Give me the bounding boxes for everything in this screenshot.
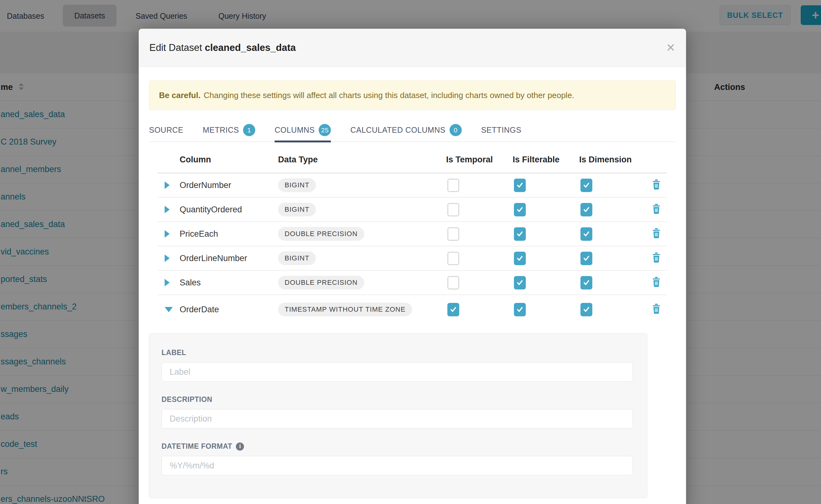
close-icon[interactable]: ✕ (666, 42, 675, 53)
data-type-badge: DOUBLE PRECISION (278, 227, 364, 241)
expand-caret-icon[interactable] (165, 279, 170, 286)
data-type-badge: TIMESTAMP WITHOUT TIME ZONE (278, 303, 412, 316)
column-name: OrderNumber (180, 180, 278, 190)
tab-calculated-columns[interactable]: CALCULATED COLUMNS0 (350, 118, 462, 142)
column-header: Column (180, 155, 278, 165)
column-name: QuantityOrdered (180, 205, 278, 215)
column-row-priceeach: PriceEachDOUBLE PRECISION (158, 222, 667, 246)
delete-column-button[interactable] (651, 204, 661, 215)
modal-title-dataset-name: cleaned_sales_data (205, 42, 296, 53)
datetime-format-input[interactable] (161, 456, 633, 475)
is-filterable-checkbox-checked[interactable] (514, 227, 526, 241)
is-temporal-checkbox-unchecked[interactable] (448, 203, 459, 216)
column-name: Sales (180, 278, 278, 288)
is-temporal-checkbox-unchecked[interactable] (448, 252, 459, 265)
tab-source[interactable]: SOURCE (149, 118, 183, 142)
tab-label: SOURCE (149, 126, 183, 135)
delete-column-button[interactable] (651, 179, 661, 191)
edit-dataset-modal: Edit Dataset cleaned_sales_data ✕ Be car… (139, 29, 686, 504)
label-field-label: LABEL (161, 348, 632, 357)
column-row-ordernumber: OrderNumberBIGINT (158, 173, 667, 198)
column-name: OrderDate (180, 305, 278, 314)
is-temporal-checkbox-unchecked[interactable] (448, 179, 459, 192)
is-filterable-checkbox-checked[interactable] (514, 252, 526, 265)
trash-icon (651, 228, 661, 239)
data-type-badge: BIGINT (278, 203, 316, 216)
columns-table-header-row: Column Data Type Is Temporal Is Filterab… (158, 142, 667, 173)
tab-label: COLUMNS (274, 126, 315, 135)
delete-column-button[interactable] (651, 304, 661, 315)
modal-tabs: SOURCEMETRICS1COLUMNS25CALCULATED COLUMN… (149, 119, 676, 142)
trash-icon (651, 204, 661, 214)
warning-banner: Be careful. Changing these settings will… (149, 81, 676, 110)
is-temporal-checkbox-unchecked[interactable] (448, 276, 459, 289)
modal-body: Be careful. Changing these settings will… (139, 67, 686, 498)
trash-icon (651, 277, 661, 287)
description-input[interactable] (161, 409, 633, 428)
modal-header: Edit Dataset cleaned_sales_data ✕ (139, 29, 686, 67)
data-type-badge: BIGINT (278, 251, 316, 265)
is-dimension-checkbox-checked[interactable] (581, 276, 592, 289)
is-dimension-checkbox-checked[interactable] (581, 203, 592, 216)
tab-label: SETTINGS (481, 126, 522, 135)
data-type-badge: BIGINT (278, 178, 316, 192)
tab-columns[interactable]: COLUMNS25 (274, 118, 331, 142)
expand-caret-icon[interactable] (165, 230, 170, 238)
is-filterable-checkbox-checked[interactable] (514, 179, 526, 192)
is-dimension-checkbox-checked[interactable] (581, 227, 592, 241)
expand-caret-icon[interactable] (165, 206, 170, 213)
column-row-orderdate: OrderDateTIMESTAMP WITHOUT TIME ZONE (158, 295, 667, 333)
expand-caret-icon[interactable] (165, 181, 170, 189)
column-name: OrderLineNumber (180, 254, 278, 263)
tab-label: CALCULATED COLUMNS (350, 126, 445, 135)
datetime-format-label-text: DATETIME FORMAT (161, 442, 232, 451)
tab-settings[interactable]: SETTINGS (481, 118, 522, 142)
delete-column-button[interactable] (651, 228, 661, 240)
active-tab-indicator (274, 141, 331, 142)
expand-caret-icon[interactable] (165, 254, 170, 262)
info-icon[interactable]: i (236, 442, 244, 451)
delete-column-button[interactable] (651, 277, 661, 289)
column-row-sales: SalesDOUBLE PRECISION (158, 271, 667, 295)
is-dimension-checkbox-checked[interactable] (581, 252, 592, 265)
data-type-header: Data Type (278, 155, 446, 165)
is-dimension-header: Is Dimension (579, 155, 646, 165)
description-field-label: DESCRIPTION (161, 395, 632, 404)
is-filterable-checkbox-checked[interactable] (514, 303, 526, 316)
modal-title-prefix: Edit Dataset (149, 42, 202, 53)
datetime-format-field-label: DATETIME FORMAT i (161, 442, 632, 451)
is-filterable-header: Is Filterable (513, 155, 579, 165)
warning-banner-text: Changing these settings will affect all … (204, 91, 574, 100)
is-temporal-header: Is Temporal (446, 155, 513, 165)
is-temporal-checkbox-checked[interactable] (448, 303, 459, 316)
warning-banner-bold: Be careful. (159, 91, 200, 100)
columns-table: Column Data Type Is Temporal Is Filterab… (158, 142, 667, 333)
modal-title: Edit Dataset cleaned_sales_data (149, 42, 296, 53)
delete-column-button[interactable] (651, 252, 661, 264)
column-name: PriceEach (180, 229, 278, 239)
columns-table-body: OrderNumberBIGINTQuantityOrderedBIGINTPr… (158, 173, 667, 333)
is-filterable-checkbox-checked[interactable] (514, 203, 526, 216)
trash-icon (651, 252, 661, 263)
is-temporal-checkbox-unchecked[interactable] (448, 227, 459, 241)
is-filterable-checkbox-checked[interactable] (514, 276, 526, 289)
collapse-caret-icon[interactable] (165, 307, 173, 312)
label-input[interactable] (161, 362, 633, 382)
tab-count-badge: 25 (319, 124, 331, 136)
column-detail-editor: LABEL DESCRIPTION DATETIME FORMAT i (149, 333, 647, 498)
tab-count-badge: 0 (450, 124, 462, 136)
data-type-badge: DOUBLE PRECISION (278, 276, 364, 289)
tab-label: METRICS (203, 126, 239, 135)
tab-metrics[interactable]: METRICS1 (203, 118, 255, 142)
trash-icon (651, 179, 661, 190)
tab-count-badge: 1 (243, 124, 255, 136)
is-dimension-checkbox-checked[interactable] (581, 303, 592, 316)
column-row-quantityordered: QuantityOrderedBIGINT (158, 198, 667, 222)
is-dimension-checkbox-checked[interactable] (581, 179, 592, 192)
trash-icon (651, 304, 661, 314)
column-row-orderlinenumber: OrderLineNumberBIGINT (158, 246, 667, 271)
